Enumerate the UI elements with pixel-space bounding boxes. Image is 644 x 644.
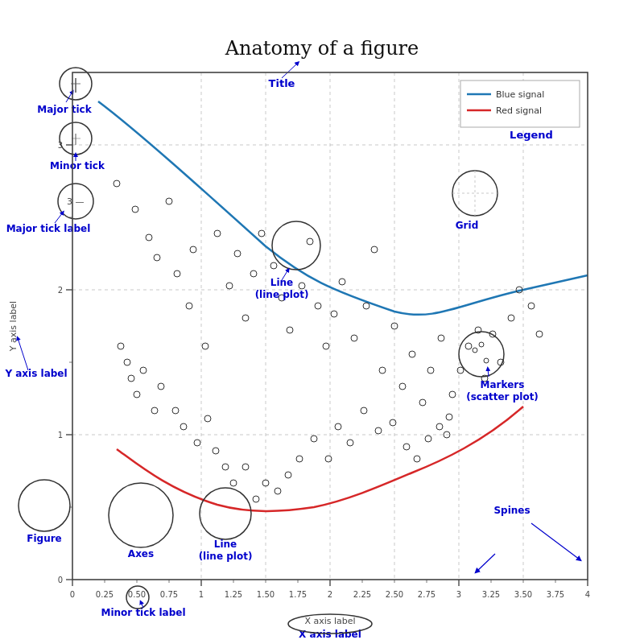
svg-rect-134 bbox=[460, 80, 580, 127]
markers-annotation2: (scatter plot) bbox=[466, 391, 539, 402]
svg-text:0.25: 0.25 bbox=[96, 590, 114, 599]
legend-label: Legend bbox=[510, 129, 553, 141]
svg-text:0: 0 bbox=[58, 576, 63, 584]
svg-text:3: 3 bbox=[456, 590, 461, 599]
svg-text:1.75: 1.75 bbox=[289, 590, 307, 599]
minor-tick-annotation: Minor tick bbox=[50, 160, 105, 171]
line-plot-bottom-annotation2: (line plot) bbox=[199, 551, 253, 562]
svg-text:3 —: 3 — bbox=[67, 196, 85, 207]
markers-annotation: Markers bbox=[481, 379, 525, 390]
svg-text:2: 2 bbox=[328, 590, 332, 599]
x-axis-label: X axis label bbox=[304, 616, 355, 626]
svg-text:2: 2 bbox=[58, 286, 63, 295]
grid-annotation: Grid bbox=[456, 220, 478, 231]
svg-text:0.75: 0.75 bbox=[160, 590, 178, 599]
svg-text:Blue signal: Blue signal bbox=[496, 89, 544, 100]
svg-text:3.50: 3.50 bbox=[514, 590, 532, 599]
svg-text:1.25: 1.25 bbox=[225, 590, 242, 599]
svg-text:3.25: 3.25 bbox=[482, 590, 500, 599]
axes-annotation: Axes bbox=[128, 548, 154, 559]
svg-text:4: 4 bbox=[585, 590, 590, 599]
major-tick-label-annotation: Major tick bbox=[37, 104, 92, 115]
svg-text:2.50: 2.50 bbox=[386, 590, 403, 599]
spines-annotation: Spines bbox=[493, 505, 530, 516]
line-plot-annotation: Line bbox=[270, 277, 293, 288]
y-axis-label-annotation: Y axis label bbox=[4, 368, 67, 379]
svg-text:0.50: 0.50 bbox=[128, 590, 146, 599]
line-plot-annotation2: (line plot) bbox=[255, 289, 309, 300]
chart-title: Anatomy of a figure bbox=[225, 37, 419, 60]
svg-text:2.25: 2.25 bbox=[353, 590, 371, 599]
svg-text:2.75: 2.75 bbox=[418, 590, 436, 599]
title-annotation: Title bbox=[269, 77, 295, 89]
page-container: Anatomy of a figure 0 0.25 0.50 0.75 1 1… bbox=[0, 0, 644, 644]
figure-annotation: Figure bbox=[27, 533, 62, 544]
svg-text:1: 1 bbox=[199, 590, 204, 599]
x-axis-label-annotation: X axis label bbox=[299, 629, 361, 640]
svg-text:Red signal: Red signal bbox=[496, 105, 542, 116]
svg-text:1.50: 1.50 bbox=[257, 590, 275, 599]
svg-text:1: 1 bbox=[58, 431, 63, 440]
line-plot-bottom-annotation: Line bbox=[214, 539, 237, 550]
minor-tick-label-annotation: Minor tick label bbox=[101, 607, 185, 618]
svg-text:3.75: 3.75 bbox=[547, 590, 564, 599]
svg-text:0: 0 bbox=[70, 590, 75, 599]
y-axis-label: Y axis label bbox=[8, 301, 19, 352]
major-tick-label-text: Major tick label bbox=[6, 223, 91, 234]
